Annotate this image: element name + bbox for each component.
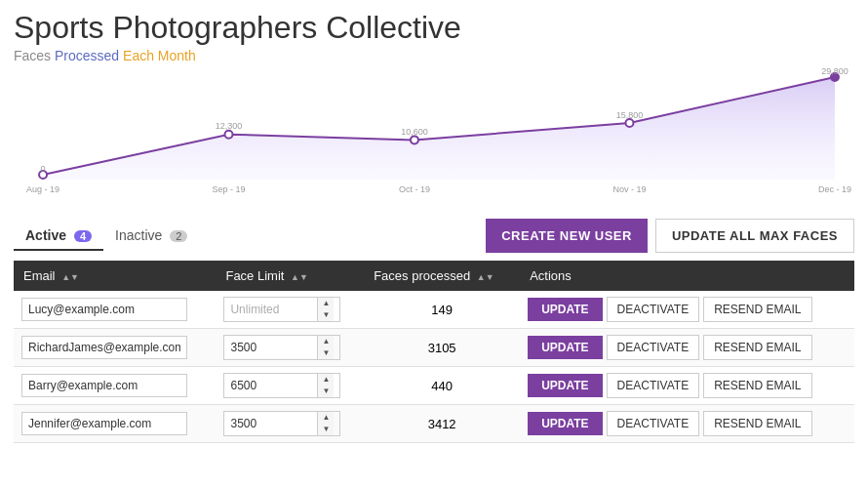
chart-title: Faces Processed Each Month: [14, 48, 854, 63]
resend-email-button[interactable]: RESEND EMAIL: [703, 411, 811, 436]
face-limit-decrement[interactable]: ▼: [318, 347, 334, 359]
face-limit-cell: ▲▼: [216, 405, 364, 443]
face-limit-cell: ▲▼: [216, 367, 364, 405]
email-cell: [14, 329, 216, 367]
chart-dot-oct: [411, 136, 418, 143]
tab-active-badge: 4: [74, 230, 92, 242]
face-limit-input[interactable]: [224, 413, 317, 434]
table-row: ▲▼3412UPDATEDEACTIVATERESEND EMAIL: [14, 405, 854, 443]
email-cell: [14, 405, 216, 443]
email-input[interactable]: [21, 336, 187, 359]
col-header-faces-processed: Faces processed ▲▼: [364, 261, 520, 291]
table-body: ▲▼149UPDATEDEACTIVATERESEND EMAIL▲▼3105U…: [14, 291, 854, 443]
chart-label-dec-val: 29,800: [821, 67, 848, 76]
update-button[interactable]: UPDATE: [528, 336, 602, 359]
face-limit-decrement[interactable]: ▼: [318, 309, 334, 321]
action-buttons: CREATE NEW USER UPDATE ALL MAX FACES: [486, 219, 854, 253]
update-button[interactable]: UPDATE: [528, 412, 602, 435]
chart-dot-sep: [225, 131, 233, 139]
chart-container: Faces Processed Each Month: [14, 48, 854, 209]
deactivate-button[interactable]: DEACTIVATE: [607, 411, 700, 436]
faces-processed-cell: 3105: [364, 329, 520, 367]
chart-xlabel-oct: Oct - 19: [399, 184, 430, 194]
update-button[interactable]: UPDATE: [528, 374, 602, 397]
face-limit-input[interactable]: [224, 299, 317, 320]
chart-xlabel-nov: Nov - 19: [612, 184, 646, 194]
face-limit-decrement[interactable]: ▼: [318, 386, 334, 397]
face-limit-cell: ▲▼: [216, 329, 364, 367]
table-header: Email ▲▼ Face Limit ▲▼ Faces processed ▲…: [14, 261, 854, 291]
chart-title-each-month: Each Month: [119, 48, 196, 63]
tab-active-label: Active: [25, 227, 66, 243]
chart-area: 0 12,300 10,600 15,800 29,800 Aug - 19 S…: [14, 67, 854, 199]
email-input[interactable]: [21, 374, 187, 397]
actions-cell: UPDATEDEACTIVATERESEND EMAIL: [520, 291, 854, 329]
actions-cell: UPDATEDEACTIVATERESEND EMAIL: [520, 405, 854, 443]
tab-inactive-label: Inactive: [115, 227, 162, 243]
chart-dot-nov: [625, 119, 633, 127]
users-table: Email ▲▼ Face Limit ▲▼ Faces processed ▲…: [14, 261, 854, 443]
chart-label-oct-val: 10,600: [401, 127, 428, 137]
email-cell: [14, 367, 216, 405]
chart-xlabel-aug: Aug - 19: [26, 184, 59, 194]
face-limit-increment[interactable]: ▲: [318, 412, 334, 424]
chart-label-aug-val: 0: [41, 164, 46, 174]
table-row: ▲▼440UPDATEDEACTIVATERESEND EMAIL: [14, 367, 854, 405]
update-all-max-faces-button[interactable]: UPDATE ALL MAX FACES: [655, 219, 854, 253]
email-input[interactable]: [21, 412, 187, 435]
col-header-face-limit: Face Limit ▲▼: [216, 261, 364, 291]
chart-xlabel-sep: Sep - 19: [212, 184, 245, 194]
chart-label-sep-val: 12,300: [216, 121, 243, 131]
tab-active[interactable]: Active 4: [14, 222, 103, 251]
update-button[interactable]: UPDATE: [528, 298, 602, 321]
email-cell: [14, 291, 216, 329]
line-chart-svg: 0 12,300 10,600 15,800 29,800 Aug - 19 S…: [14, 67, 854, 199]
tab-inactive[interactable]: Inactive 2: [103, 222, 199, 251]
faces-processed-cell: 3412: [364, 405, 520, 443]
faces-processed-cell: 149: [364, 291, 520, 329]
face-limit-input[interactable]: [224, 375, 317, 396]
col-header-actions: Actions: [520, 261, 854, 291]
face-limit-input[interactable]: [224, 337, 317, 358]
resend-email-button[interactable]: RESEND EMAIL: [703, 373, 811, 398]
chart-xlabel-dec: Dec - 19: [818, 184, 851, 194]
face-limit-cell: ▲▼: [216, 291, 364, 329]
resend-email-button[interactable]: RESEND EMAIL: [703, 335, 811, 360]
deactivate-button[interactable]: DEACTIVATE: [607, 297, 700, 322]
faces-processed-cell: 440: [364, 367, 520, 405]
table-row: ▲▼149UPDATEDEACTIVATERESEND EMAIL: [14, 291, 854, 329]
tab-bar: Active 4 Inactive 2 CREATE NEW USER UPDA…: [14, 219, 854, 253]
face-limit-increment[interactable]: ▲: [318, 374, 334, 386]
chart-title-processed: Processed: [51, 48, 119, 63]
email-input[interactable]: [21, 298, 187, 321]
create-new-user-button[interactable]: CREATE NEW USER: [486, 219, 648, 253]
chart-title-faces: Faces: [14, 48, 51, 63]
col-header-email: Email ▲▼: [14, 261, 216, 291]
chart-label-nov-val: 15,800: [616, 110, 644, 120]
tab-inactive-badge: 2: [170, 230, 187, 242]
actions-cell: UPDATEDEACTIVATERESEND EMAIL: [520, 367, 854, 405]
resend-email-button[interactable]: RESEND EMAIL: [703, 297, 811, 322]
chart-fill-area: [43, 77, 835, 180]
actions-cell: UPDATEDEACTIVATERESEND EMAIL: [520, 329, 854, 367]
table-row: ▲▼3105UPDATEDEACTIVATERESEND EMAIL: [14, 329, 854, 367]
deactivate-button[interactable]: DEACTIVATE: [607, 373, 700, 398]
email-sort-icon[interactable]: ▲▼: [61, 272, 79, 282]
faces-processed-sort-icon[interactable]: ▲▼: [477, 272, 494, 282]
face-limit-decrement[interactable]: ▼: [318, 424, 334, 435]
face-limit-increment[interactable]: ▲: [318, 336, 334, 347]
deactivate-button[interactable]: DEACTIVATE: [607, 335, 700, 360]
page-title: Sports Photographers Collective: [14, 10, 854, 46]
face-limit-increment[interactable]: ▲: [318, 298, 334, 309]
face-limit-sort-icon[interactable]: ▲▼: [291, 272, 308, 282]
